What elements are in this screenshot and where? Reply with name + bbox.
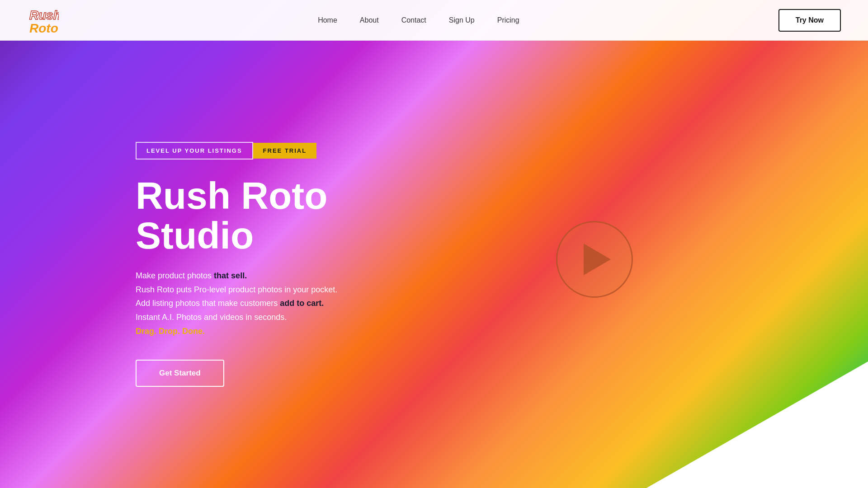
free-trial-badge[interactable]: FREE TRIAL [253,143,317,159]
hero-section: LEVEL UP YOUR LISTINGS FREE TRIAL Rush R… [0,41,868,488]
nav-pricing[interactable]: Pricing [497,16,519,24]
nav-about[interactable]: About [360,16,379,24]
get-started-button[interactable]: Get Started [136,360,224,387]
desc-line1-highlight: that sell. [214,271,247,280]
hero-left-content: LEVEL UP YOUR LISTINGS FREE TRIAL Rush R… [136,142,337,387]
hero-title: Rush Roto Studio [136,176,337,255]
play-button[interactable] [556,221,633,298]
try-now-button[interactable]: Try Now [778,9,841,32]
desc-line1-prefix: Make product photos [136,271,214,280]
logo: Rush Roto [27,5,59,36]
desc-line4: Instant A.I. Photos and videos in second… [136,310,337,324]
nav-signup[interactable]: Sign Up [449,16,475,24]
badge-row: LEVEL UP YOUR LISTINGS FREE TRIAL [136,142,337,160]
hero-description: Make product photos that sell. Rush Roto… [136,269,337,338]
main-nav: Home About Contact Sign Up Pricing [318,16,519,24]
svg-text:Roto: Roto [29,21,58,35]
desc-line2: Rush Roto puts Pro-level product photos … [136,283,337,297]
logo-icon: Rush Roto [27,5,59,36]
nav-contact[interactable]: Contact [401,16,426,24]
nav-home[interactable]: Home [318,16,337,24]
header: Rush Roto Home About Contact Sign Up Pri… [0,0,868,41]
desc-line3-highlight: add to cart. [280,299,324,308]
play-icon [584,244,611,275]
desc-line5: Drag. Drop. Done. [136,324,337,338]
desc-line3-prefix: Add listing photos that make customers [136,299,280,308]
play-button-area [556,221,633,298]
level-up-badge: LEVEL UP YOUR LISTINGS [136,142,253,160]
svg-text:Rush: Rush [29,8,59,22]
